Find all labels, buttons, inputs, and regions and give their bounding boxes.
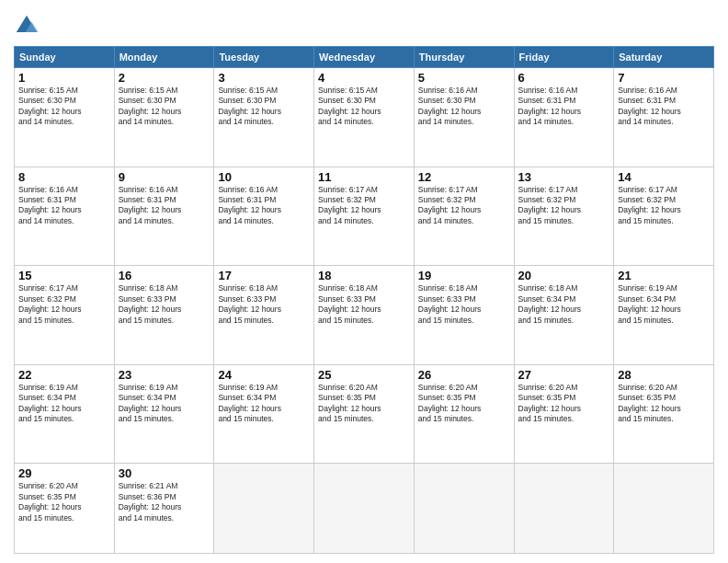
day-number: 3 [218,71,310,85]
calendar-cell: 12Sunrise: 6:17 AM Sunset: 6:32 PM Dayli… [414,167,514,266]
day-info: Sunrise: 6:16 AM Sunset: 6:31 PM Dayligh… [218,185,310,227]
weekday-header-wednesday: Wednesday [314,47,415,68]
day-number: 23 [119,368,210,382]
day-info: Sunrise: 6:18 AM Sunset: 6:33 PM Dayligh… [318,283,410,326]
day-number: 5 [418,71,510,85]
day-info: Sunrise: 6:16 AM Sunset: 6:31 PM Dayligh… [618,86,710,128]
calendar-cell: 19Sunrise: 6:18 AM Sunset: 6:33 PM Dayli… [414,266,514,365]
calendar-cell: 25Sunrise: 6:20 AM Sunset: 6:35 PM Dayli… [314,364,415,464]
day-info: Sunrise: 6:16 AM Sunset: 6:31 PM Dayligh… [18,185,110,227]
calendar-cell: 6Sunrise: 6:16 AM Sunset: 6:31 PM Daylig… [514,68,614,167]
day-number: 1 [18,71,110,85]
calendar-cell: 15Sunrise: 6:17 AM Sunset: 6:32 PM Dayli… [15,266,115,365]
calendar-cell: 7Sunrise: 6:16 AM Sunset: 6:31 PM Daylig… [614,68,714,167]
calendar-week-3: 15Sunrise: 6:17 AM Sunset: 6:32 PM Dayli… [15,266,714,365]
day-number: 10 [218,170,310,184]
day-info: Sunrise: 6:21 AM Sunset: 6:36 PM Dayligh… [119,481,210,523]
day-info: Sunrise: 6:18 AM Sunset: 6:33 PM Dayligh… [119,283,210,326]
day-number: 19 [418,269,510,282]
calendar-cell [414,464,514,554]
day-info: Sunrise: 6:15 AM Sunset: 6:30 PM Dayligh… [119,86,210,128]
calendar-cell: 8Sunrise: 6:16 AM Sunset: 6:31 PM Daylig… [15,167,115,266]
day-info: Sunrise: 6:20 AM Sunset: 6:35 PM Dayligh… [18,481,110,523]
day-number: 7 [618,71,710,85]
day-info: Sunrise: 6:16 AM Sunset: 6:31 PM Dayligh… [518,86,610,128]
day-number: 2 [119,71,210,85]
day-info: Sunrise: 6:18 AM Sunset: 6:33 PM Dayligh… [418,283,510,326]
day-number: 17 [218,269,310,282]
day-number: 9 [119,170,210,184]
day-number: 13 [518,170,610,184]
calendar-cell: 11Sunrise: 6:17 AM Sunset: 6:32 PM Dayli… [314,167,415,266]
day-number: 12 [418,170,510,184]
day-number: 14 [618,170,710,184]
day-number: 28 [618,368,710,382]
day-info: Sunrise: 6:17 AM Sunset: 6:32 PM Dayligh… [18,283,110,326]
weekday-header-sunday: Sunday [15,47,115,68]
day-number: 25 [318,368,410,382]
weekday-header-friday: Friday [514,47,614,68]
day-number: 26 [418,368,510,382]
day-info: Sunrise: 6:16 AM Sunset: 6:31 PM Dayligh… [119,185,210,227]
day-info: Sunrise: 6:18 AM Sunset: 6:34 PM Dayligh… [518,283,610,326]
day-info: Sunrise: 6:17 AM Sunset: 6:32 PM Dayligh… [318,185,410,227]
calendar-cell: 16Sunrise: 6:18 AM Sunset: 6:33 PM Dayli… [114,266,214,365]
day-info: Sunrise: 6:20 AM Sunset: 6:35 PM Dayligh… [318,383,410,425]
calendar-cell: 18Sunrise: 6:18 AM Sunset: 6:33 PM Dayli… [314,266,415,365]
calendar-cell: 29Sunrise: 6:20 AM Sunset: 6:35 PM Dayli… [15,464,115,554]
calendar-cell: 3Sunrise: 6:15 AM Sunset: 6:30 PM Daylig… [214,68,314,167]
day-info: Sunrise: 6:19 AM Sunset: 6:34 PM Dayligh… [18,383,110,425]
day-number: 16 [119,269,210,282]
logo [14,13,41,39]
day-info: Sunrise: 6:17 AM Sunset: 6:32 PM Dayligh… [618,185,710,227]
day-info: Sunrise: 6:20 AM Sunset: 6:35 PM Dayligh… [418,383,510,425]
calendar-cell: 5Sunrise: 6:16 AM Sunset: 6:30 PM Daylig… [414,68,514,167]
calendar-cell: 22Sunrise: 6:19 AM Sunset: 6:34 PM Dayli… [15,364,115,464]
weekday-header-row: SundayMondayTuesdayWednesdayThursdayFrid… [15,47,714,68]
calendar-cell: 26Sunrise: 6:20 AM Sunset: 6:35 PM Dayli… [414,364,514,464]
calendar-cell: 24Sunrise: 6:19 AM Sunset: 6:34 PM Dayli… [214,364,314,464]
calendar-cell: 21Sunrise: 6:19 AM Sunset: 6:34 PM Dayli… [614,266,714,365]
day-number: 24 [218,368,310,382]
calendar-cell [214,464,314,554]
day-number: 18 [318,269,410,282]
day-number: 8 [18,170,110,184]
weekday-header-monday: Monday [114,47,214,68]
calendar-cell: 17Sunrise: 6:18 AM Sunset: 6:33 PM Dayli… [214,266,314,365]
day-number: 21 [618,269,710,282]
day-info: Sunrise: 6:19 AM Sunset: 6:34 PM Dayligh… [218,383,310,425]
day-info: Sunrise: 6:20 AM Sunset: 6:35 PM Dayligh… [618,383,710,425]
day-info: Sunrise: 6:19 AM Sunset: 6:34 PM Dayligh… [618,283,710,326]
calendar-week-4: 22Sunrise: 6:19 AM Sunset: 6:34 PM Dayli… [15,364,714,464]
day-info: Sunrise: 6:16 AM Sunset: 6:30 PM Dayligh… [418,86,510,128]
calendar-cell: 27Sunrise: 6:20 AM Sunset: 6:35 PM Dayli… [514,364,614,464]
calendar-cell: 4Sunrise: 6:15 AM Sunset: 6:30 PM Daylig… [314,68,415,167]
day-number: 6 [518,71,610,85]
calendar-cell: 2Sunrise: 6:15 AM Sunset: 6:30 PM Daylig… [114,68,214,167]
day-info: Sunrise: 6:15 AM Sunset: 6:30 PM Dayligh… [318,86,410,128]
calendar-cell: 10Sunrise: 6:16 AM Sunset: 6:31 PM Dayli… [214,167,314,266]
calendar-cell: 13Sunrise: 6:17 AM Sunset: 6:32 PM Dayli… [514,167,614,266]
calendar-cell: 20Sunrise: 6:18 AM Sunset: 6:34 PM Dayli… [514,266,614,365]
logo-icon [14,13,40,39]
day-number: 20 [518,269,610,282]
day-info: Sunrise: 6:18 AM Sunset: 6:33 PM Dayligh… [218,283,310,326]
day-number: 30 [119,466,210,480]
day-info: Sunrise: 6:20 AM Sunset: 6:35 PM Dayligh… [518,383,610,425]
calendar-cell: 14Sunrise: 6:17 AM Sunset: 6:32 PM Dayli… [614,167,714,266]
day-info: Sunrise: 6:15 AM Sunset: 6:30 PM Dayligh… [218,86,310,128]
calendar-table: SundayMondayTuesdayWednesdayThursdayFrid… [14,46,714,554]
calendar-week-5: 29Sunrise: 6:20 AM Sunset: 6:35 PM Dayli… [15,464,714,554]
day-info: Sunrise: 6:19 AM Sunset: 6:34 PM Dayligh… [119,383,210,425]
calendar-cell [314,464,415,554]
day-info: Sunrise: 6:17 AM Sunset: 6:32 PM Dayligh… [418,185,510,227]
day-number: 11 [318,170,410,184]
day-number: 29 [18,466,110,480]
calendar-cell: 23Sunrise: 6:19 AM Sunset: 6:34 PM Dayli… [114,364,214,464]
calendar-week-1: 1Sunrise: 6:15 AM Sunset: 6:30 PM Daylig… [15,68,714,167]
weekday-header-saturday: Saturday [614,47,714,68]
calendar-cell [614,464,714,554]
calendar-cell: 28Sunrise: 6:20 AM Sunset: 6:35 PM Dayli… [614,364,714,464]
day-number: 22 [18,368,110,382]
calendar-week-2: 8Sunrise: 6:16 AM Sunset: 6:31 PM Daylig… [15,167,714,266]
